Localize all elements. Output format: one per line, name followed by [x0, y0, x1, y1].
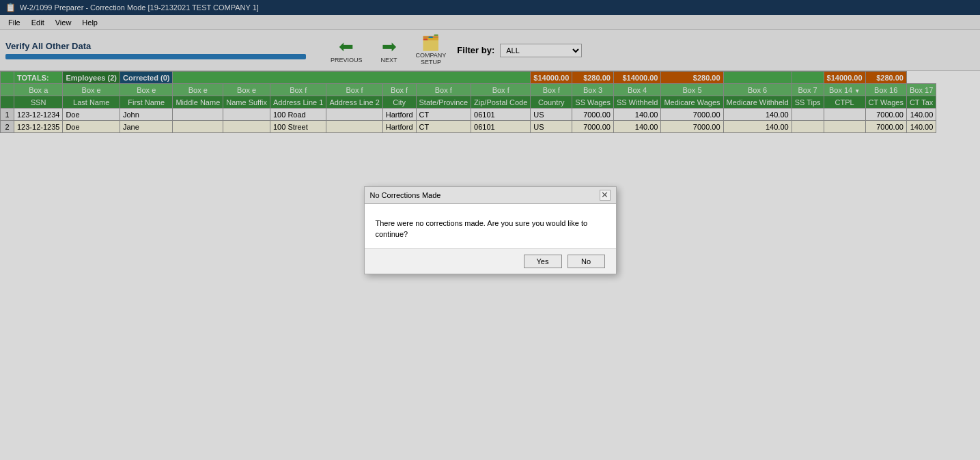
dialog-overlay: No Corrections Made ✕ There were no corr… [0, 0, 980, 460]
dialog: No Corrections Made ✕ There were no corr… [364, 186, 617, 274]
dialog-titlebar: No Corrections Made ✕ [365, 187, 616, 204]
dialog-title: No Corrections Made [370, 191, 441, 199]
dialog-footer: Yes No [365, 248, 616, 274]
dialog-no-button[interactable]: No [568, 255, 605, 268]
dialog-body: There were no corrections made. Are you … [365, 204, 616, 248]
dialog-yes-button[interactable]: Yes [524, 255, 562, 268]
dialog-message: There were no corrections made. Are you … [376, 219, 588, 239]
dialog-close-button[interactable]: ✕ [600, 190, 611, 201]
